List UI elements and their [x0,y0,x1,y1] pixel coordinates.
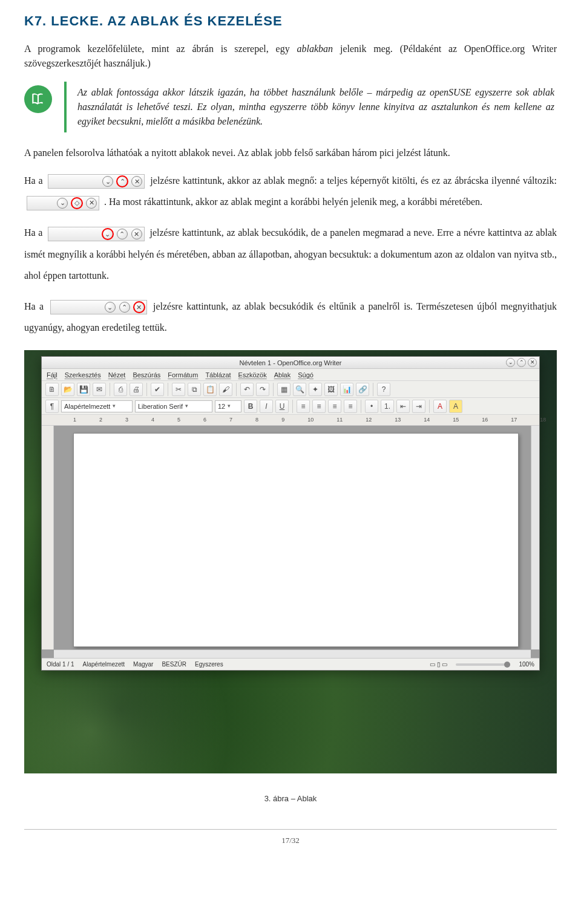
outdent-icon[interactable]: ⇤ [396,400,410,413]
text: . Ha most rákattintunk, akkor az ablak m… [104,197,482,207]
text: jelzésre kattintunk, akkor az ablak megn… [150,175,557,186]
vertical-scrollbar[interactable] [531,426,539,649]
note-block: Az ablak fontossága akkor látszik igazán… [24,82,557,132]
font-size-combo[interactable]: 12 ▾ [215,400,241,412]
cut-icon[interactable]: ✂ [172,383,185,396]
ruler-tick: 8 [255,416,258,425]
text: Ha a [24,301,48,311]
intro-paragraph: A programok kezelőfelülete, mint az ábrá… [24,42,557,71]
ruler-tick: 2 [99,416,102,425]
paragraph-style-value: Alapértelmezett [64,402,110,412]
status-selection-mode[interactable]: Egyszeres [195,660,223,669]
bold-icon[interactable]: B [244,400,257,413]
status-insert-mode[interactable]: BESZÚR [162,660,186,669]
spellcheck-icon[interactable]: ✔ [151,383,164,396]
help-icon[interactable]: ? [377,383,390,396]
binocular-icon[interactable]: 🔍 [293,383,306,396]
align-center-icon[interactable]: ≡ [312,400,326,413]
zoom-value[interactable]: 100% [519,660,534,669]
close-icon: ✕ [131,229,142,239]
mail-icon[interactable]: ✉ [93,383,106,396]
status-language[interactable]: Magyar [133,660,153,669]
chevron-down-icon: ▾ [113,402,116,411]
align-right-icon[interactable]: ≡ [328,400,341,413]
window-controls-close-highlighted: ⌄ ⌃ ✕ [50,300,147,314]
paragraph-close: Ha a ⌄ ⌃ ✕ jelzésre kattintunk, az ablak… [24,296,557,338]
ruler-tick: 10 [307,416,313,425]
highlight-icon[interactable]: A [449,400,462,413]
ruler-tick: 14 [424,416,430,425]
menu-table[interactable]: Táblázat [205,370,231,380]
ruler-tick: 13 [395,416,401,425]
font-name-value: Liberation Serif [138,402,183,412]
minimize-icon: ⌄ [102,176,113,187]
zoom-slider[interactable] [456,663,510,666]
indent-icon[interactable]: ⇥ [412,400,425,413]
paste-icon[interactable]: 📋 [203,383,217,396]
menu-bar: Fájl Szerkesztés Nézet Beszúrás Formátum… [42,369,539,381]
menu-edit[interactable]: Szerkesztés [65,370,101,380]
italic-icon[interactable]: I [260,400,273,413]
status-bar: Oldal 1 / 1 Alapértelmezett Magyar BESZÚ… [42,658,539,670]
menu-view[interactable]: Nézet [108,370,126,380]
separator [146,383,147,396]
ruler-tick: 3 [125,416,128,425]
chevron-down-icon: ▾ [185,402,188,411]
menu-file[interactable]: Fájl [47,370,57,380]
number-list-icon[interactable]: 1. [381,400,394,413]
menu-window[interactable]: Ablak [274,370,291,380]
format-paint-icon[interactable]: 🖌 [219,383,232,396]
align-left-icon[interactable]: ≡ [297,400,310,413]
separator [110,383,110,396]
horizontal-scrollbar[interactable] [54,649,531,658]
font-color-icon[interactable]: A [433,400,447,413]
new-doc-icon[interactable]: 🗎 [45,383,59,396]
ruler-tick: 5 [177,416,180,425]
status-style[interactable]: Alapértelmezett [83,660,125,669]
ruler-tick: 12 [366,416,372,425]
menu-tools[interactable]: Eszközök [238,370,267,380]
copy-icon[interactable]: ⧉ [188,383,201,396]
menu-insert[interactable]: Beszúrás [133,370,160,380]
bullet-list-icon[interactable]: • [365,400,378,413]
close-icon: ✕ [131,176,142,187]
paragraph-style-combo[interactable]: Alapértelmezett ▾ [61,400,133,412]
maximize-icon: ⌃ [119,302,130,313]
vertical-ruler[interactable] [42,426,54,649]
paragraph-panel-names: A panelen felsorolva láthatóak a nyitott… [24,146,557,160]
styles-icon[interactable]: ¶ [45,400,59,413]
status-page[interactable]: Oldal 1 / 1 [47,660,74,669]
window-maximize-button[interactable]: ⌃ [517,358,526,367]
ruler-tick: 16 [482,416,488,425]
menu-help[interactable]: Súgó [298,370,313,380]
separator [273,383,274,396]
undo-icon[interactable]: ↶ [240,383,254,396]
open-icon[interactable]: 📂 [61,383,74,396]
navigator-icon[interactable]: ✦ [309,383,322,396]
gallery-icon[interactable]: 🖼 [324,383,338,396]
document-area[interactable] [42,426,539,658]
separator [236,383,237,396]
ruler-tick: 1 [73,416,76,425]
horizontal-ruler[interactable]: 1 2 3 4 5 6 7 8 9 10 11 12 13 14 15 16 1… [42,415,539,426]
view-layout-icons[interactable]: ▭ ▯ ▭ [430,660,448,669]
separator [292,400,293,413]
save-icon[interactable]: 💾 [77,383,90,396]
font-name-combo[interactable]: Liberation Serif ▾ [135,400,212,412]
hyperlink-icon[interactable]: 🔗 [356,383,369,396]
window-minimize-button[interactable]: ⌄ [506,358,515,367]
table-icon[interactable]: ▦ [277,383,290,396]
pdf-icon[interactable]: ⎙ [114,383,127,396]
print-icon[interactable]: 🖨 [130,383,143,396]
window-close-button[interactable]: ✕ [528,358,537,367]
window-titlebar[interactable]: Névtelen 1 - OpenOffice.org Writer ⌄ ⌃ ✕ [42,357,539,369]
align-justify-icon[interactable]: ≡ [344,400,357,413]
intro-text-a: A programok kezelőfelülete, mint az ábrá… [24,44,297,54]
redo-icon[interactable]: ↷ [256,383,269,396]
window-title: Névtelen 1 - OpenOffice.org Writer [240,358,342,368]
chart-icon[interactable]: 📊 [340,383,353,396]
page-number: 17/32 [24,830,557,847]
menu-format[interactable]: Formátum [168,370,198,380]
underline-icon[interactable]: U [275,400,289,413]
document-page[interactable] [73,433,519,647]
